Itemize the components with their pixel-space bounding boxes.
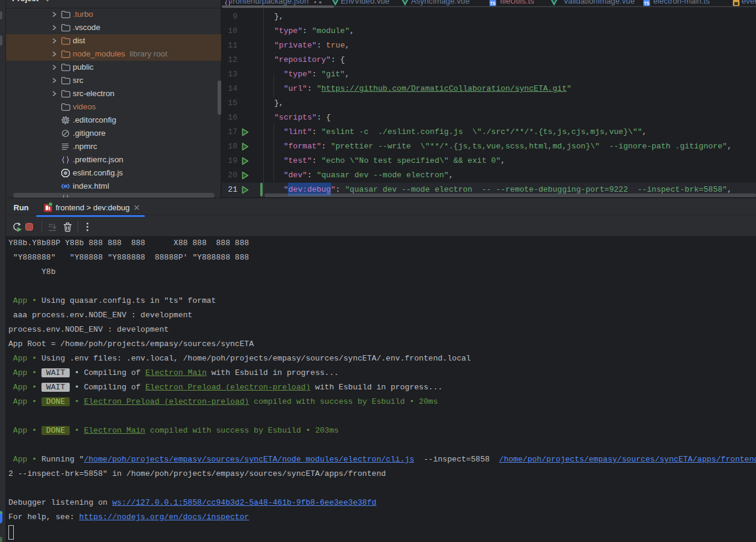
svg-text:TS: TS [490, 1, 496, 5]
svg-text:TS: TS [644, 1, 650, 5]
